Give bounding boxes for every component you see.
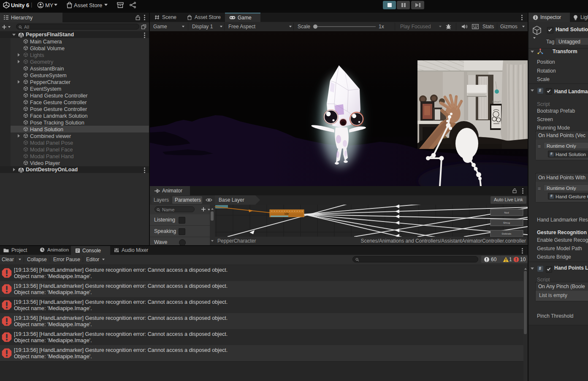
svg-text:Debtrals: Debtrals <box>502 232 511 235</box>
svg-text:Nod: Nod <box>504 211 509 214</box>
svg-text:Shrug: Shrug <box>503 222 510 224</box>
svg-text:Idle: Idle <box>285 212 289 215</box>
